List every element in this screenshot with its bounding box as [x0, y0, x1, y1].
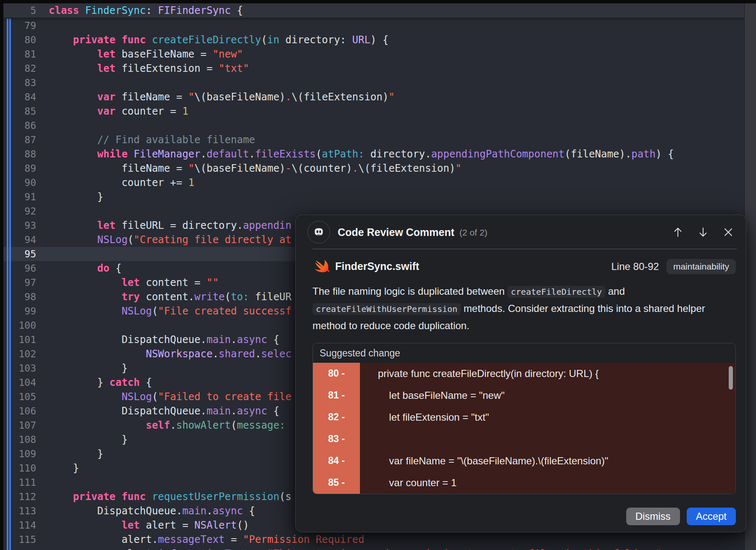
comment-text: The file naming logic is duplicated betw… — [312, 285, 507, 297]
accept-button[interactable]: Accept — [687, 508, 736, 525]
suggested-change-box: Suggested change 80 - private func creat… — [312, 343, 736, 494]
code-line-91[interactable]: 91 } — [3, 190, 744, 204]
line-code: let fileExtension = "txt" — [49, 61, 249, 76]
line-code: alert.informativeText = "This extension … — [49, 547, 662, 550]
diff-row-80: 80 - private func createFileDirectly(in … — [313, 363, 735, 385]
sticky-declaration-header: 5 class FinderSync: FIFinderSync { — [3, 3, 744, 18]
comment-text: and — [605, 285, 625, 297]
next-comment-button[interactable] — [696, 225, 710, 239]
code-line-82[interactable]: 82 let fileExtension = "txt" — [3, 61, 744, 76]
change-ribbon — [9, 18, 11, 550]
diff-row-82: 82 - let fileExtension = "txt" — [313, 406, 735, 428]
line-code: NSLog("File created successf — [49, 304, 291, 318]
diff-line-number: 83 - — [313, 428, 360, 450]
code-line-90[interactable]: 90 counter += 1 — [3, 175, 744, 190]
code-line-79[interactable]: 79 — [3, 18, 744, 33]
diff-line-number: 85 - — [313, 472, 360, 494]
diff-line-number: 84 - — [313, 450, 360, 472]
dismiss-button[interactable]: Dismiss — [626, 508, 680, 525]
code-line-85[interactable]: 85 var counter = 1 — [3, 104, 744, 118]
line-code: fileName = "\(baseFileName)-\(counter).\… — [49, 161, 462, 175]
line-code: alert.messageText = "Permission Required — [49, 532, 364, 547]
close-icon — [722, 226, 734, 238]
line-code: do { — [49, 261, 121, 275]
file-name: FinderSync.swift — [335, 260, 419, 272]
diff-code: let baseFileName = "new" — [360, 390, 505, 401]
comment-counter: (2 of 2) — [459, 228, 488, 238]
diff-block: 80 - private func createFileDirectly(in … — [313, 363, 735, 494]
line-code: self.showAlert(message: — [49, 418, 286, 432]
previous-comment-button[interactable] — [671, 225, 685, 239]
code-line-86[interactable]: 86 — [3, 118, 744, 133]
line-code: let fileURL = directory.appendin — [49, 218, 291, 233]
code-line-89[interactable]: 89 fileName = "\(baseFileName)-\(counter… — [3, 161, 744, 175]
comment-body: The file naming logic is duplicated betw… — [312, 283, 711, 334]
line-code: var fileName = "\(baseFileName).\(fileEx… — [49, 90, 395, 104]
line-code: // Find available filename — [49, 133, 255, 147]
line-code: NSWorkspace.shared.selec — [49, 347, 291, 361]
line-code: NSLog("Creating file directly at — [49, 233, 291, 247]
diff-row-81: 81 - let baseFileName = "new" — [313, 385, 735, 406]
diff-code: var counter = 1 — [360, 477, 457, 489]
header-divider — [312, 249, 737, 249]
line-code: } — [49, 361, 128, 375]
code-review-popup: Code Review Comment (2 of 2) — [295, 215, 746, 532]
diff-row-83: 83 - — [313, 428, 735, 450]
code-line-116[interactable]: 116 alert.informativeText = "This extens… — [3, 547, 744, 550]
line-code: let content = "" — [49, 275, 219, 290]
line-code: try content.write(to: fileUR — [49, 290, 291, 304]
line-code: NSLog("Failed to create file — [49, 390, 291, 404]
line-code: var counter = 1 — [49, 104, 188, 118]
diff-rows: 80 - private func createFileDirectly(in … — [313, 363, 735, 494]
popup-actions: Dismiss Accept — [296, 508, 746, 532]
diff-scrollbar-thumb[interactable] — [729, 366, 733, 390]
line-code: let baseFileName = "new" — [49, 47, 243, 61]
diff-line-number: 81 - — [313, 385, 360, 406]
line-code: DispatchQueue.main.async { — [49, 504, 255, 518]
swift-logo-icon — [312, 258, 329, 275]
category-badge: maintainability — [667, 259, 736, 274]
close-button[interactable] — [722, 225, 735, 239]
line-code: let alert = NSAlert() — [49, 518, 249, 532]
down-arrow-icon — [697, 226, 709, 238]
inline-code: createFileWithUserPermission — [312, 303, 461, 315]
line-code: } — [49, 447, 103, 461]
line-code: private func createFileDirectly(in direc… — [49, 33, 388, 47]
diff-code: private func createFileDirectly(in direc… — [360, 368, 598, 380]
popup-title: Code Review Comment — [338, 226, 454, 238]
code-line-81[interactable]: 81 let baseFileName = "new" — [3, 47, 744, 61]
file-row: FinderSync.swift Line 80-92 maintainabil… — [312, 258, 736, 275]
change-ribbon — [7, 18, 8, 550]
code-line-115[interactable]: 115 alert.messageText = "Permission Requ… — [3, 532, 744, 547]
line-code: DispatchQueue.main.async { — [49, 333, 279, 347]
diff-code: var fileName = "\(baseFileName).\(fileEx… — [360, 455, 608, 467]
suggested-change-label: Suggested change — [313, 343, 735, 363]
up-arrow-icon — [672, 226, 684, 238]
inline-code: createFileDirectly — [507, 286, 605, 298]
popup-header: Code Review Comment (2 of 2) — [296, 215, 746, 249]
code-line-83[interactable]: 83 — [3, 76, 744, 90]
sticky-code: class FinderSync: FIFinderSync { — [49, 3, 243, 18]
diff-line-number: 82 - — [313, 406, 360, 428]
code-line-80[interactable]: 80 private func createFileDirectly(in di… — [3, 33, 744, 47]
diff-row-85: 85 - var counter = 1 — [313, 472, 735, 494]
line-code: private func requestUserPermission(s — [49, 490, 291, 504]
line-code: } — [49, 190, 103, 204]
line-code: } catch { — [49, 375, 152, 390]
line-code: DispatchQueue.main.async { — [49, 404, 279, 418]
line-code: counter += 1 — [49, 175, 194, 190]
line-code: } — [49, 432, 128, 447]
copilot-icon — [307, 221, 330, 244]
code-line-87[interactable]: 87 // Find available filename — [3, 133, 744, 147]
diff-row-84: 84 - var fileName = "\(baseFileName).\(f… — [313, 450, 735, 472]
line-range: Line 80-92 — [611, 261, 659, 272]
sticky-line-number: 5 — [3, 3, 45, 18]
diff-code: let fileExtension = "txt" — [360, 411, 489, 423]
code-line-84[interactable]: 84 var fileName = "\(baseFileName).\(fil… — [3, 90, 744, 104]
xcode-editor-window: 5 class FinderSync: FIFinderSync { 7980 … — [0, 0, 756, 550]
line-code: } — [49, 461, 79, 475]
line-code: while FileManager.default.fileExists(atP… — [49, 147, 674, 161]
code-line-88[interactable]: 88 while FileManager.default.fileExists(… — [3, 147, 744, 161]
diff-line-number: 80 - — [313, 363, 360, 385]
